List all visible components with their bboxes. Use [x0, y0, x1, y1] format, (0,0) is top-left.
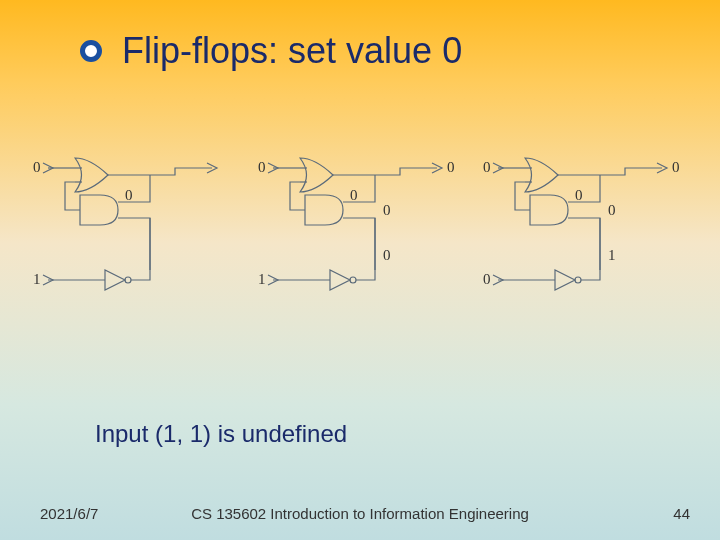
footer-date: 2021/6/7 — [40, 505, 98, 522]
c3-or-out: 0 — [672, 159, 680, 175]
c3-and-in: 0 — [575, 187, 583, 203]
slide-title: Flip-flops: set value 0 — [122, 30, 462, 72]
c1-and-in: 0 — [125, 187, 133, 203]
bullet-icon — [80, 40, 102, 62]
circuit-3: 0 0 0 0 0 1 — [480, 140, 690, 320]
c3-top-in: 0 — [483, 159, 491, 175]
circuit-diagrams: 0 1 0 — [30, 140, 690, 320]
c2-feedback: 0 — [383, 247, 391, 263]
circuit-2: 0 1 0 0 0 0 — [255, 140, 465, 320]
circuit-1: 0 1 0 — [30, 140, 240, 320]
c2-and-in: 0 — [350, 187, 358, 203]
c2-and-out: 0 — [383, 202, 391, 218]
c2-bottom-in: 1 — [258, 271, 266, 287]
c3-bottom-in: 0 — [483, 271, 491, 287]
slide-title-row: Flip-flops: set value 0 — [80, 30, 462, 72]
footer-page: 44 — [673, 505, 690, 522]
slide-note: Input (1, 1) is undefined — [95, 420, 347, 448]
c3-and-out: 0 — [608, 202, 616, 218]
slide-footer: 2021/6/7 CS 135602 Introduction to Infor… — [0, 505, 720, 522]
c2-top-in: 0 — [258, 159, 266, 175]
c2-or-out: 0 — [447, 159, 455, 175]
c3-feedback: 1 — [608, 247, 616, 263]
c1-top-in: 0 — [33, 159, 41, 175]
c1-bottom-in: 1 — [33, 271, 41, 287]
footer-course: CS 135602 Introduction to Information En… — [191, 505, 529, 522]
